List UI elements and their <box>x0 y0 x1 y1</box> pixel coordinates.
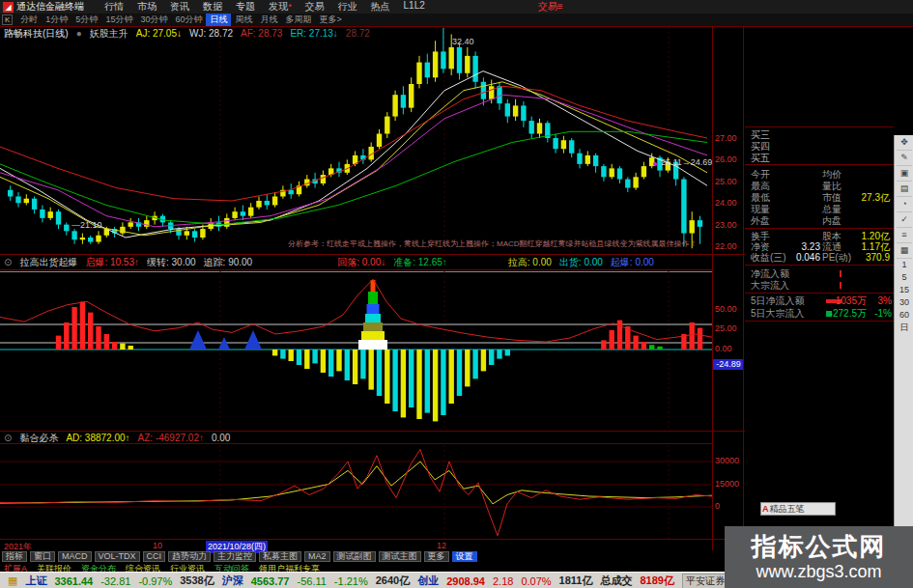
info-label: PE(动) <box>822 252 851 263</box>
period-tab-5分钟[interactable]: 5分钟 <box>71 14 101 26</box>
pan-icon[interactable]: ✥ <box>897 135 912 151</box>
tab-私募主图[interactable]: 私募主图 <box>259 551 301 562</box>
indicator-bar <box>465 350 470 386</box>
strip-period-15[interactable]: 15 <box>897 284 912 296</box>
info-value: 1035万 <box>836 295 867 306</box>
indicator-bar <box>128 346 133 350</box>
tdx-terminal-window: ◢ 通达信金融终端 行情市场资讯数据专题发现*交易行业热点L1L2 交易≡ K … <box>0 0 913 588</box>
tab-CCI[interactable]: CCI <box>143 551 166 562</box>
candle-body <box>449 47 454 69</box>
ime-bar[interactable]: A精品五笔 <box>760 502 836 516</box>
tab-更多[interactable]: 更多 <box>424 551 449 562</box>
menu-item-8[interactable]: 行业 <box>338 0 357 14</box>
period-tab-周线[interactable]: 周线 <box>231 14 256 26</box>
period-tab-60分钟[interactable]: 60分钟 <box>171 14 206 26</box>
indicator-bar <box>610 330 614 350</box>
tab-设置[interactable]: 设置 <box>452 551 477 562</box>
info-label: 股本 <box>822 231 842 241</box>
menu-item-4[interactable]: 数据 <box>203 0 222 14</box>
menu-item-2[interactable]: 市场 <box>137 0 157 14</box>
period-tab-15分钟[interactable]: 15分钟 <box>101 14 136 26</box>
tab-窗口[interactable]: 窗口 <box>30 551 55 562</box>
link-综合资讯[interactable]: 综合资讯 <box>126 563 160 572</box>
tab-指标[interactable]: 指标 <box>2 551 27 562</box>
menu-item-6[interactable]: 发现* <box>269 0 292 14</box>
indicator-bar <box>56 336 61 350</box>
strip-period-日[interactable]: 日 <box>897 322 912 334</box>
tab-趋势动力[interactable]: 趋势动力 <box>168 551 211 562</box>
indicator-bar <box>433 350 438 421</box>
tab-VOL-TDX[interactable]: VOL-TDX <box>95 551 140 562</box>
divider <box>0 254 745 255</box>
tab-主力监控[interactable]: 主力监控 <box>214 551 256 562</box>
menu-item-3[interactable]: 资讯 <box>170 0 189 14</box>
clock-icon[interactable]: ◔ <box>897 197 912 212</box>
kline-icon[interactable]: K <box>2 14 13 25</box>
divider <box>0 431 745 432</box>
period-tab-30分钟[interactable]: 30分钟 <box>136 14 171 26</box>
mark-icon[interactable]: ▣ <box>897 166 912 182</box>
strip-period-30[interactable]: 30 <box>897 296 912 309</box>
period-tab-多周期[interactable]: 多周期 <box>281 14 315 26</box>
link-扩展A[interactable]: 扩展A <box>4 563 27 572</box>
trade-menu[interactable]: 交易≡ <box>538 0 563 14</box>
link-互动问答[interactable]: 互动问答 <box>214 563 249 572</box>
indicator-bar <box>64 322 69 350</box>
link-资金分布[interactable]: 资金分布 <box>81 563 116 572</box>
info-label: 内盘 <box>822 215 842 226</box>
menu-item-10[interactable]: L1L2 <box>404 0 425 14</box>
link-领用户福利专享[interactable]: 领用户福利专享 <box>259 563 320 572</box>
tab-测试副图[interactable]: 测试副图 <box>333 551 376 562</box>
menu-item-9[interactable]: 热点 <box>371 0 390 14</box>
tab-MACD[interactable]: MACD <box>58 551 92 562</box>
menu-item-1[interactable]: 行情 <box>104 0 124 14</box>
ind1-header-seg-10: 起爆: 0.00 <box>611 257 654 267</box>
strip-period-5[interactable]: 5 <box>897 271 912 284</box>
tab-测试主图[interactable]: 测试主图 <box>379 551 421 562</box>
grid-icon[interactable]: ▦ <box>897 243 912 259</box>
indicator-bar <box>416 350 421 419</box>
info-row: 外盘内盘 <box>745 215 894 226</box>
draw-icon[interactable]: ✎ <box>897 151 912 166</box>
watermark: 指标公式网 www.zbgs3.com <box>725 526 913 588</box>
info-row: 5日大宗流入-272.5万-1% <box>745 308 894 319</box>
indicator-bar <box>601 340 606 350</box>
link-行业资讯[interactable]: 行业资讯 <box>170 563 205 572</box>
strip-period-1[interactable]: 1 <box>897 259 912 271</box>
period-tab-分时[interactable]: 分时 <box>16 14 42 26</box>
period-tab-1分钟[interactable]: 1分钟 <box>42 14 71 26</box>
indicator2-chart-svg[interactable] <box>0 445 712 539</box>
candle-body <box>617 168 622 179</box>
indicator-bar <box>80 301 85 350</box>
ad-red <box>0 449 712 535</box>
indicator-bar <box>377 350 382 396</box>
main-chart-svg[interactable] <box>0 27 712 255</box>
indicator1-chart-svg[interactable] <box>0 271 712 432</box>
candle-body <box>40 210 44 218</box>
info-label: 最低 <box>751 192 770 203</box>
period-tab-月线[interactable]: 月线 <box>256 14 281 26</box>
candle-body <box>465 56 470 73</box>
menu-item-7[interactable]: 交易 <box>305 0 325 14</box>
ind2-axis-label: 15000 <box>715 479 744 489</box>
check-icon[interactable]: ✓ <box>897 212 912 228</box>
market-grid-icon[interactable]: ▦ <box>8 574 17 587</box>
watermark-url: www.zbgs3.com <box>756 561 881 582</box>
period-tab-日线[interactable]: 日线 <box>206 14 231 26</box>
link-关联报价[interactable]: 关联报价 <box>37 563 71 572</box>
titlebar: ◢ 通达信金融终端 行情市场资讯数据专题发现*交易行业热点L1L2 交易≡ <box>0 0 913 14</box>
menu-bar: 行情市场资讯数据专题发现*交易行业热点L1L2 <box>98 0 432 14</box>
menu-item-5[interactable]: 专题 <box>236 0 255 14</box>
list-icon[interactable]: ≡ <box>897 228 912 243</box>
candle-body <box>265 201 270 205</box>
indicator-bar <box>336 350 341 371</box>
status-item: -0.97% <box>138 575 172 587</box>
main-axis-label: 27.00 <box>715 133 744 143</box>
indicator-bar <box>392 350 397 411</box>
strip-period-60[interactable]: 60 <box>897 309 912 322</box>
tab-MA2[interactable]: MA2 <box>304 551 330 562</box>
report-icon[interactable]: ▤ <box>897 182 912 197</box>
info-label: 均价 <box>822 169 842 180</box>
period-tab-更多>[interactable]: 更多> <box>315 14 345 26</box>
main-axis-label: 26.00 <box>715 154 744 164</box>
